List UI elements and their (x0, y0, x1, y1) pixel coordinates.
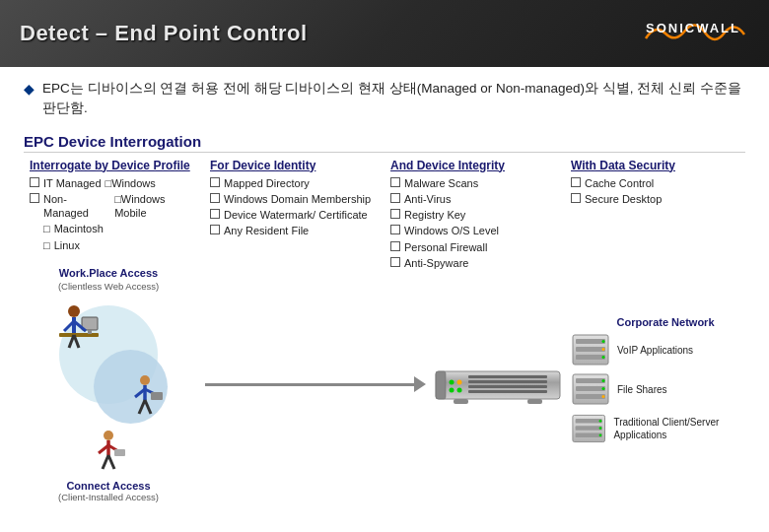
svg-rect-14 (151, 392, 163, 400)
workplace-sub: (Clientless Web Access) (58, 281, 159, 292)
col-device-integrity: And Device Integrity Malware Scans Anti-… (384, 159, 565, 273)
checkbox-icon5 (210, 209, 220, 219)
svg-rect-53 (576, 433, 602, 438)
svg-point-28 (457, 380, 462, 385)
svg-point-54 (599, 420, 602, 423)
content-area: ◆ EPC는 디바이스의 연결 허용 전에 해당 디바이스의 현재 상태(Man… (0, 67, 769, 286)
logo-svg: SONICWALL (641, 19, 749, 48)
checkbox-icon14 (571, 193, 581, 203)
col3-item-registry: Registry Key (390, 208, 559, 222)
file-server-icon (572, 373, 609, 405)
arrow-head (414, 376, 426, 392)
slide: Detect – End Point Control SONICWALL ◆ E… (0, 0, 769, 532)
corporate-title: Corporate Network (572, 316, 759, 328)
appliance-section (434, 360, 562, 409)
svg-rect-5 (88, 330, 92, 334)
svg-rect-3 (59, 333, 99, 337)
svg-rect-51 (576, 419, 602, 424)
arrow-area (197, 376, 434, 392)
col1-item-windows: □Windows (105, 176, 156, 190)
workplace-section: Work.Place Access (Clientless Web Access… (20, 267, 197, 502)
col2-item-mapped: Mapped Directory (210, 176, 379, 190)
svg-rect-33 (468, 390, 547, 393)
svg-rect-37 (576, 339, 605, 344)
client-server-label: Traditional Client/Server Applications (613, 416, 759, 441)
col2-item-watermark: Device Watermark/ Certificate (210, 208, 379, 222)
epc-columns: Interrogate by Device Profile IT Managed… (24, 159, 745, 273)
svg-point-56 (599, 434, 602, 437)
checkbox-icon8 (390, 193, 400, 203)
bullet-text: EPC는 디바이스의 연결 허용 전에 해당 디바이스의 현재 상태(Manag… (42, 79, 745, 119)
col3-header: And Device Integrity (390, 159, 559, 172)
col1-item-it-label: IT Managed (43, 176, 102, 190)
client-server-item: Traditional Client/Server Applications (572, 413, 759, 444)
checkbox-icon3 (210, 177, 220, 187)
arrow-line (205, 383, 414, 386)
col3-item-firewall: Personal Firewall (390, 240, 559, 254)
col4-item-cache: Cache Control (571, 176, 739, 190)
svg-point-29 (457, 388, 462, 393)
col3-item-malware: Malware Scans (390, 176, 559, 190)
file-shares-item: File Shares (572, 373, 759, 405)
col1-header: Interrogate by Device Profile (30, 159, 198, 172)
checkbox-icon12 (390, 257, 400, 267)
checkbox-icon10 (390, 225, 400, 234)
checkbox-icon11 (390, 241, 400, 251)
svg-rect-39 (576, 355, 605, 360)
col4-header: With Data Security (571, 159, 739, 172)
svg-point-55 (599, 427, 602, 430)
checkbox-icon13 (571, 177, 581, 187)
svg-line-23 (108, 455, 114, 469)
col-data-security: With Data Security Cache Control Secure … (565, 159, 745, 273)
bullet-icon: ◆ (24, 81, 35, 97)
workplace-label: Work.Place Access (59, 267, 158, 279)
svg-point-48 (602, 387, 605, 390)
svg-rect-52 (576, 427, 602, 432)
header: Detect – End Point Control SONICWALL (0, 0, 769, 67)
svg-point-17 (104, 431, 113, 440)
svg-rect-30 (468, 375, 547, 378)
col2-item-domain: Windows Domain Membership (210, 192, 379, 206)
client-server-icon (572, 413, 605, 444)
svg-point-41 (602, 348, 605, 351)
svg-rect-31 (468, 380, 547, 383)
svg-rect-25 (436, 371, 446, 399)
col2-item-resident: Any Resident File (210, 224, 379, 237)
col3-item-windows-os: Windows O/S Level (390, 224, 559, 237)
svg-rect-34 (454, 399, 468, 404)
svg-line-16 (145, 400, 151, 414)
checkbox-icon (30, 177, 39, 187)
svg-point-1 (68, 305, 80, 317)
voip-item: VoIP Applications (572, 334, 759, 366)
col-device-identity: For Device Identity Mapped Directory Win… (204, 159, 384, 273)
svg-rect-35 (527, 399, 542, 404)
svg-rect-45 (576, 386, 605, 391)
svg-point-49 (602, 395, 605, 398)
col3-item-spyware: Anti-Spyware (390, 256, 559, 270)
col1-sub-linux: □Linux (30, 238, 198, 252)
epc-section-title: EPC Device Interrogation (24, 133, 745, 153)
col4-item-desktop: Secure Desktop (571, 192, 739, 206)
circle-container (44, 296, 173, 424)
bullet-section: ◆ EPC는 디바이스의 연결 허용 전에 해당 디바이스의 현재 상태(Man… (24, 79, 745, 119)
connect-section: Connect Access (Client-Installed Access) (58, 428, 159, 502)
appliance-icon (434, 360, 562, 409)
svg-point-42 (602, 356, 605, 359)
connect-person-icon (84, 428, 133, 472)
svg-point-47 (602, 379, 605, 382)
svg-point-26 (450, 380, 454, 385)
person-laptop-icon (123, 372, 168, 422)
svg-line-22 (103, 455, 108, 469)
col1-item-nonmanaged-label: Non-Managed (43, 192, 110, 221)
voip-label: VoIP Applications (617, 344, 693, 357)
svg-rect-32 (468, 385, 547, 388)
svg-rect-21 (114, 449, 125, 456)
col1-item-nonmanaged: Non-Managed □Windows Mobile (30, 192, 198, 221)
svg-point-27 (450, 388, 454, 393)
svg-rect-46 (576, 394, 605, 399)
svg-text:SONICWALL: SONICWALL (646, 21, 740, 35)
checkbox-icon4 (210, 193, 220, 203)
col1-sub-macintosh: □Macintosh (30, 222, 198, 235)
svg-rect-44 (576, 378, 605, 383)
diagram-area: Work.Place Access (Clientless Web Access… (0, 286, 769, 483)
